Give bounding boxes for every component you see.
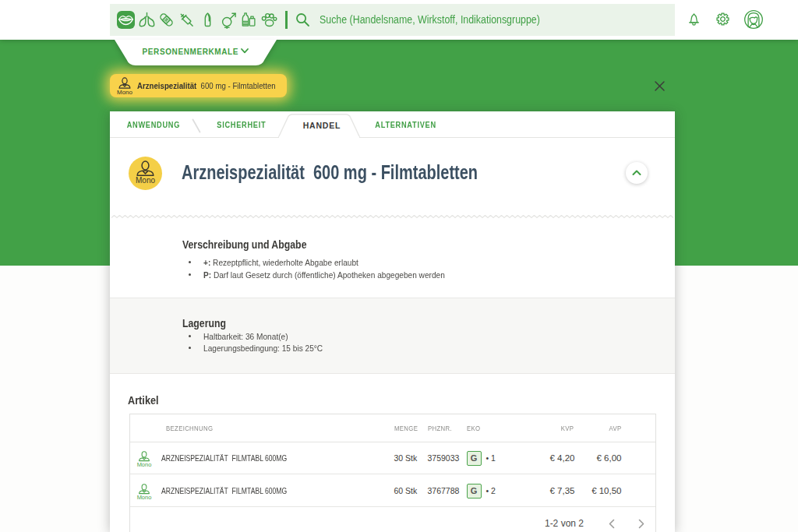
svg-text:Mono: Mono <box>136 494 151 501</box>
svg-text:Mono: Mono <box>135 176 154 185</box>
svg-text:Mono: Mono <box>136 461 151 468</box>
svg-text:Mono: Mono <box>117 89 133 96</box>
